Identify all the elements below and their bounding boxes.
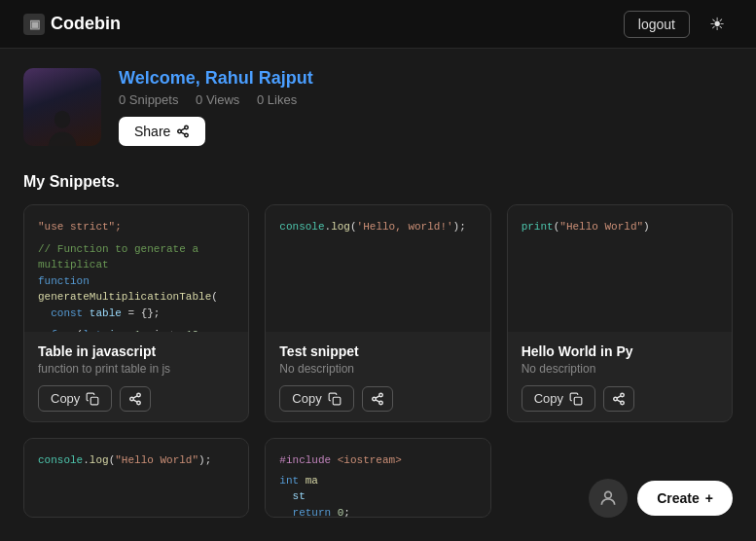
copy-icon [328,392,342,406]
share-icon [371,392,384,406]
svg-point-14 [372,397,376,401]
avatar [23,68,101,146]
views-count: 0 Views [196,92,239,107]
code-preview: console.log("Hello World"); [24,439,248,517]
share-snippet-button[interactable] [120,386,151,412]
profile-section: Welcome, Rahul Rajput 0 Snippets 0 Views… [23,68,733,146]
share-snippet-button[interactable] [362,386,393,412]
svg-point-15 [378,401,382,405]
navbar: ▣ Codebin logout ☀ [0,0,756,49]
share-icon [176,125,190,138]
theme-toggle-button[interactable]: ☀ [702,9,733,40]
avatar-silhouette [45,107,80,146]
logout-button[interactable]: logout [624,11,690,38]
fab-create-button[interactable]: Create + [637,481,733,516]
svg-point-8 [130,397,134,401]
likes-count: 0 Likes [257,92,297,107]
snippet-info: Test snippet No description Copy [266,332,489,421]
svg-rect-12 [333,397,341,405]
svg-point-0 [54,111,70,128]
code-preview: #include <iostream> int ma st return 0; [266,439,489,517]
section-title: My Snippets. [23,173,733,191]
profile-info: Welcome, Rahul Rajput 0 Snippets 0 Views… [119,68,313,146]
copy-button[interactable]: Copy [279,385,353,412]
svg-rect-18 [574,397,582,405]
share-icon [612,392,626,406]
copy-icon [86,392,99,406]
nav-right: logout ☀ [624,9,733,40]
user-icon [598,488,618,508]
share-label: Share [134,124,170,139]
copy-icon [569,392,583,406]
svg-line-4 [181,132,185,134]
snippet-actions: Copy [38,385,234,412]
snippet-card: #include <iostream> int ma st return 0; [265,438,490,518]
create-icon: + [705,490,713,506]
snippet-desc: No description [522,362,718,376]
svg-point-21 [621,401,625,405]
profile-name: Welcome, Rahul Rajput [119,68,313,89]
fab-user-button[interactable] [589,479,628,518]
share-button[interactable]: Share [119,117,205,146]
main-content: Welcome, Rahul Rajput 0 Snippets 0 Views… [0,49,756,537]
share-snippet-button[interactable] [603,386,634,412]
snippet-info: Table in javascript function to print ta… [24,332,248,421]
snippet-title: Table in javascript [38,343,234,359]
brand-icon-char: ▣ [29,18,40,31]
brand-icon: ▣ [23,14,45,35]
snippet-card: console.log("Hello World"); [23,438,249,518]
copy-button[interactable]: Copy [38,385,112,412]
code-preview: print("Hello World") [508,205,732,332]
svg-line-5 [181,128,185,130]
share-icon [128,392,142,406]
svg-point-19 [621,393,625,397]
create-label: Create [657,490,700,506]
svg-point-9 [137,401,141,405]
brand-name: Codebin [51,14,121,34]
svg-line-23 [617,395,621,397]
user-name: Rahul Rajput [205,68,313,88]
svg-point-3 [185,133,189,137]
snippet-card: console.log('Hello, world!'); Test snipp… [265,204,490,422]
profile-stats: 0 Snippets 0 Views 0 Likes [119,92,313,107]
code-preview: "use strict"; // Function to generate a … [24,205,248,332]
snippet-actions: Copy [522,385,718,412]
welcome-text: Welcome, [119,68,205,88]
code-preview: console.log('Hello, world!'); [266,205,489,332]
svg-line-10 [133,399,137,401]
svg-line-11 [133,395,137,397]
snippets-grid: "use strict"; // Function to generate a … [23,204,733,518]
snippet-actions: Copy [279,385,476,412]
snippet-desc: function to print table in js [38,362,234,376]
svg-point-24 [605,491,612,498]
snippet-desc: No description [279,362,476,376]
brand: ▣ Codebin [23,14,121,35]
snippets-count: 0 Snippets [119,92,178,107]
snippet-title: Hello World in Py [522,343,718,359]
svg-line-16 [376,399,379,401]
fab-container: Create + [589,479,733,518]
copy-label: Copy [292,391,321,406]
snippet-title: Test snippet [279,343,476,359]
svg-rect-6 [91,397,99,405]
snippet-info: Hello World in Py No description Copy [508,332,732,421]
snippet-card: print("Hello World") Hello World in Py N… [507,204,733,422]
svg-point-1 [185,126,189,129]
svg-line-22 [617,399,621,401]
svg-point-2 [178,129,182,133]
svg-point-20 [614,397,618,401]
copy-label: Copy [51,391,80,406]
svg-line-17 [376,395,379,397]
copy-button[interactable]: Copy [522,385,595,412]
svg-point-7 [137,393,141,397]
svg-point-13 [378,393,382,397]
copy-label: Copy [534,391,563,406]
snippet-card: "use strict"; // Function to generate a … [23,204,249,422]
